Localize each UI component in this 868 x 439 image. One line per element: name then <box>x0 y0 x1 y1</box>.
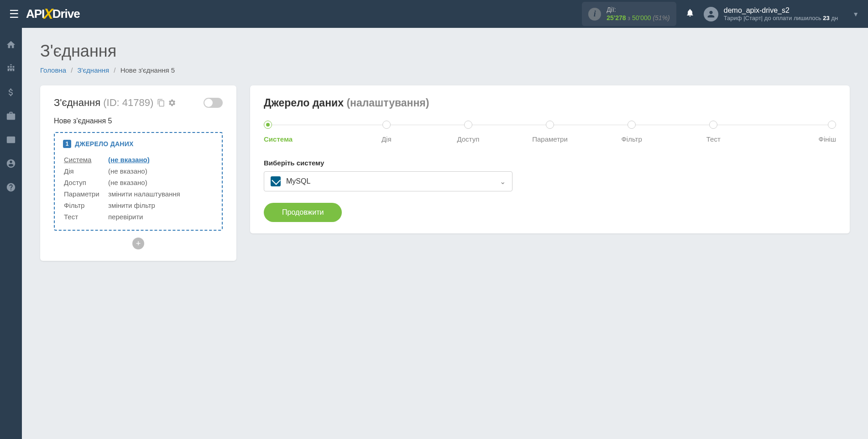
user-tariff: Тариф |Старт| до оплати лишилось 23 дн <box>724 15 838 21</box>
connection-actions <box>157 99 176 107</box>
step-filter[interactable]: Фільтр <box>591 121 673 143</box>
sidebar <box>0 28 22 275</box>
logo-text: Drive <box>52 7 80 21</box>
user-name: demo_apix-drive_s2 <box>724 6 838 15</box>
actions-percent: (51%) <box>653 14 669 21</box>
row-value: перевірити <box>108 212 213 222</box>
row-value: змінити налаштування <box>108 189 213 199</box>
add-destination-button[interactable]: + <box>132 238 144 249</box>
actions-total: 50'000 <box>632 14 651 21</box>
mysql-icon <box>271 176 281 186</box>
user-info: demo_apix-drive_s2 Тариф |Старт| до опла… <box>724 6 838 21</box>
settings-subtitle: (налаштування) <box>346 97 429 109</box>
actions-text: Дії: 25'278 з 50'000 (51%) <box>607 5 669 22</box>
row-label: Система <box>64 154 107 165</box>
hamburger-icon[interactable]: ☰ <box>5 8 24 21</box>
row-label: Доступ <box>64 177 107 188</box>
gear-icon[interactable] <box>168 99 176 107</box>
system-select[interactable]: MySQL ⌄ <box>264 171 512 191</box>
connections-icon[interactable] <box>5 63 16 74</box>
row-action[interactable]: Дія (не вказано) <box>64 166 213 176</box>
actions-separator: з <box>627 15 630 21</box>
bell-icon[interactable] <box>685 8 695 20</box>
row-test[interactable]: Тест перевірити <box>64 212 213 222</box>
step-params[interactable]: Параметри <box>509 121 591 143</box>
logo[interactable]: API X Drive <box>26 5 80 22</box>
row-system[interactable]: Система (не вказано) <box>64 154 213 165</box>
main-content: З'єднання Головна / З'єднання / Нове з'є… <box>22 28 868 275</box>
chevron-down-icon: ⌄ <box>500 177 506 186</box>
step-system[interactable]: Система <box>264 121 345 143</box>
actions-usage-block[interactable]: i Дії: 25'278 з 50'000 (51%) <box>582 2 676 26</box>
row-value-link[interactable]: (не вказано) <box>108 156 150 164</box>
header-right: i Дії: 25'278 з 50'000 (51%) demo_apix-d… <box>582 2 863 26</box>
logo-text: API <box>26 7 44 21</box>
breadcrumb-connections[interactable]: З'єднання <box>78 66 110 74</box>
actions-label: Дії: <box>607 5 669 14</box>
row-value: (не вказано) <box>108 177 213 188</box>
select-value: MySQL <box>286 177 310 185</box>
actions-used: 25'278 <box>607 14 626 21</box>
user-menu[interactable]: demo_apix-drive_s2 Тариф |Старт| до опла… <box>704 6 863 21</box>
home-icon[interactable] <box>5 39 16 50</box>
connection-title: З'єднання (ID: 41789) <box>54 97 153 109</box>
row-label: Дія <box>64 166 107 176</box>
breadcrumb: Головна / З'єднання / Нове з'єднання 5 <box>40 66 850 74</box>
copy-icon[interactable] <box>157 99 165 107</box>
source-header: 1 ДЖЕРЕЛО ДАНИХ <box>63 140 214 148</box>
step-action[interactable]: Дія <box>345 121 427 143</box>
row-params[interactable]: Параметри змінити налаштування <box>64 189 213 199</box>
help-icon[interactable] <box>5 182 16 193</box>
billing-icon[interactable] <box>5 87 16 98</box>
video-icon[interactable] <box>5 134 16 145</box>
source-badge: 1 <box>63 140 71 148</box>
row-label: Параметри <box>64 189 107 199</box>
connection-header: З'єднання (ID: 41789) <box>54 97 223 109</box>
row-value: (не вказано) <box>108 166 213 176</box>
page-title: З'єднання <box>40 42 850 61</box>
source-table: Система (не вказано) Дія (не вказано) До… <box>63 153 214 223</box>
breadcrumb-separator: / <box>114 66 115 74</box>
breadcrumb-home[interactable]: Головна <box>40 66 66 74</box>
logo-x-icon: X <box>43 5 53 22</box>
connection-panel: З'єднання (ID: 41789) Нове з'єднання 5 1… <box>40 85 236 261</box>
step-finish[interactable]: Фініш <box>754 121 836 143</box>
connection-id: (ID: 41789) <box>103 97 153 108</box>
info-icon: i <box>588 8 601 21</box>
settings-panel: Джерело даних (налаштування) Система Дія… <box>250 85 850 233</box>
source-box: 1 ДЖЕРЕЛО ДАНИХ Система (не вказано) Дія… <box>54 132 223 231</box>
briefcase-icon[interactable] <box>5 111 16 122</box>
row-filter[interactable]: Фільтр змінити фільтр <box>64 200 213 211</box>
source-title: ДЖЕРЕЛО ДАНИХ <box>75 140 134 148</box>
system-field-label: Виберіть систему <box>264 159 836 167</box>
chevron-down-icon: ▼ <box>852 11 859 18</box>
connection-toggle[interactable] <box>204 98 223 108</box>
step-test[interactable]: Тест <box>673 121 754 143</box>
row-label: Тест <box>64 212 107 222</box>
continue-button[interactable]: Продовжити <box>264 203 342 222</box>
header: ☰ API X Drive i Дії: 25'278 з 50'000 (51… <box>0 0 868 28</box>
user-icon[interactable] <box>5 158 16 169</box>
breadcrumb-current: Нове з'єднання 5 <box>120 66 175 74</box>
wizard-steps: Система Дія Доступ Параметри Фільтр Тест… <box>264 121 836 143</box>
row-label: Фільтр <box>64 200 107 211</box>
avatar-icon <box>704 7 718 21</box>
settings-title: Джерело даних (налаштування) <box>264 97 836 109</box>
breadcrumb-separator: / <box>71 66 73 74</box>
connection-name: Нове з'єднання 5 <box>54 117 223 125</box>
row-access[interactable]: Доступ (не вказано) <box>64 177 213 188</box>
step-access[interactable]: Доступ <box>427 121 509 143</box>
panels: З'єднання (ID: 41789) Нове з'єднання 5 1… <box>40 85 850 261</box>
row-value: змінити фільтр <box>108 200 213 211</box>
